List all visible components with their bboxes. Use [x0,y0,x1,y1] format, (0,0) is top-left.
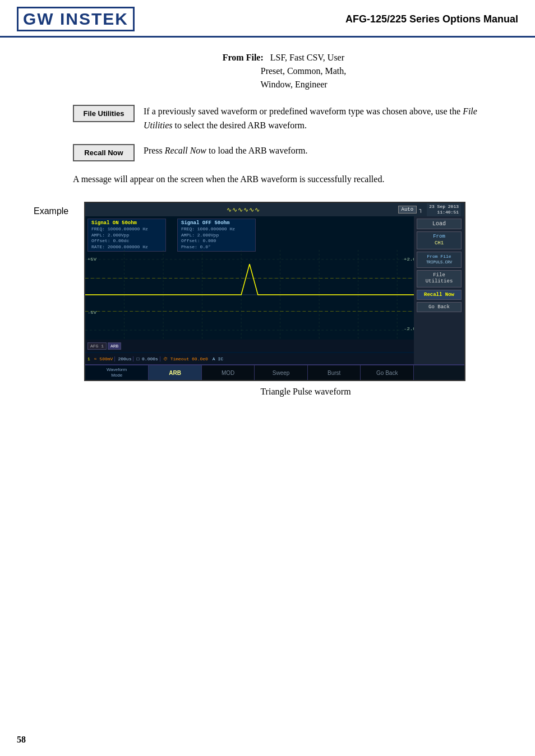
svg-text:+5V: +5V [87,257,96,262]
scope-right-sidebar: Load FromCH1 From FileTRIPULS.CRV File U… [414,216,464,365]
example-section: Example ∿∿∿∿∿∿ Auto ┐ 23 Sep 201311:40:5… [17,202,518,397]
scope-menu-bar: Waveform Mode ARB MOD Sweep Burst Go Bac… [85,364,464,380]
oscilloscope-screen: ∿∿∿∿∿∿ Auto ┐ 23 Sep 201311:40:51 Load F… [84,202,465,381]
example-label: Example [34,202,84,397]
scope-afg-arb-button[interactable]: ARB [108,342,121,350]
ch1-ampl: AMPL: 2.000Vpp [91,233,162,238]
svg-text:-2.000pp: -2.000pp [404,327,414,331]
scope-channel-panels: Signal ON 50ohm FREQ: 10000.000000 Hz AM… [87,219,414,252]
scope-arb-menu[interactable]: ARB [149,365,202,380]
svg-text:+2.000pp: +2.000pp [404,257,414,262]
recall-now-text: Press Recall Now to load the ARB wavefor… [144,144,501,158]
scope-go-back-button[interactable]: Go Back [417,302,462,312]
scope-ch-indicator: A IC [211,356,225,361]
steps-section: File Utilities If a previously saved wav… [17,105,518,161]
scope-wave-display: ∿∿∿∿∿∿ [227,206,260,214]
scope-trigger-icon: ┐ [419,207,422,213]
file-utilities-text: If a previously saved waveform or predef… [144,105,501,133]
channel1-panel: Signal ON 50ohm FREQ: 10000.000000 Hz AM… [87,219,166,252]
ch1-offset: Offset: 0.00dc [91,238,162,244]
step-recall-now: Recall Now Press Recall Now to load the … [73,144,501,161]
file-utilities-button[interactable]: File Utilities [73,105,135,122]
from-file-text: From File: LSF, Fast CSV, User Preset, C… [223,51,346,91]
scope-timeout-status: ⏱ Timeout 60.0e0 [162,356,210,361]
ch2-title: Signal OFF 50ohm [181,220,252,226]
waveform-svg: +5V -5V +2.000pp -2.000pp [85,250,414,340]
ch2-offset: Offset: 0.000 [181,238,252,244]
page-number: 58 [17,735,26,745]
scope-burst-menu[interactable]: Burst [308,365,361,380]
scope-from-ch1-button[interactable]: FromCH1 [417,231,462,249]
main-content: From File: LSF, Fast CSV, User Preset, C… [0,38,535,419]
example-caption: Triangle Pulse waveform [84,387,477,397]
scope-top-bar: ∿∿∿∿∿∿ Auto ┐ 23 Sep 201311:40:51 [85,203,464,216]
svg-text:-5V: -5V [87,310,96,315]
scope-bottom-status: AFG 1 ARB [85,340,414,352]
ch2-ampl: AMPL: 2.000Vpp [181,233,252,238]
step-file-utilities: File Utilities If a previously saved wav… [73,105,501,133]
from-file-label: From File: [223,53,264,62]
scope-from-file-button[interactable]: From FileTRIPULS.CRV [417,252,462,268]
logo-text: GW INSTEK [23,10,128,28]
ch2-phase: Phase: 0.0° [181,244,252,250]
scope-load-button[interactable]: Load [417,219,462,229]
scope-waveform-mode-menu[interactable]: Waveform Mode [85,365,149,380]
recall-now-button[interactable]: Recall Now [73,144,135,161]
ch1-freq: FREQ: 10000.000000 Hz [91,226,162,232]
auto-button[interactable]: Auto [398,206,417,214]
message-paragraph: A message will appear on the screen when… [17,173,518,187]
scope-ch1-marker: 1 [87,356,90,361]
ch2-freq: FREQ: 1000.000000 Hz [181,226,252,232]
scope-sweep-menu[interactable]: Sweep [255,365,308,380]
logo: GW INSTEK [17,7,135,31]
ch1-title: Signal ON 50ohm [91,220,162,226]
scope-mod-menu[interactable]: MOD [202,365,255,380]
oscilloscope-container: ∿∿∿∿∿∿ Auto ┐ 23 Sep 201311:40:51 Load F… [84,202,477,397]
scope-go-back-menu[interactable]: Go Back [361,365,414,380]
waveform-mode-label2: Mode [111,373,122,378]
waveform-mode-label: Waveform [107,367,127,373]
scope-afg-ch1-button[interactable]: AFG 1 [87,342,107,350]
scope-timebase-status: 200us [116,356,133,361]
channel2-panel: Signal OFF 50ohm FREQ: 1000.000000 Hz AM… [177,219,256,252]
from-file-section: From File: LSF, Fast CSV, User Preset, C… [17,51,518,91]
scope-voltage-status: ≈ 500mV [93,356,116,361]
manual-title: AFG-125/225 Series Options Manual [345,13,518,25]
scope-status-bar: 1 ≈ 500mV 200us □ 0.000s ⏱ Timeout 60.0e… [85,353,414,364]
scope-time-status: □ 0.000s [135,356,160,361]
scope-datetime: 23 Sep 201311:40:51 [427,203,461,216]
ch1-rate: RATE: 20000.000000 Hz [91,244,162,250]
scope-afg-buttons: AFG 1 ARB [87,342,121,350]
scope-recall-now-button[interactable]: Recall Now [417,290,462,300]
scope-waveform-area: Signal ON 50ohm FREQ: 10000.000000 Hz AM… [85,216,414,352]
page-header: GW INSTEK AFG-125/225 Series Options Man… [0,0,535,38]
scope-file-utilities-button[interactable]: File Utilities [417,270,462,287]
